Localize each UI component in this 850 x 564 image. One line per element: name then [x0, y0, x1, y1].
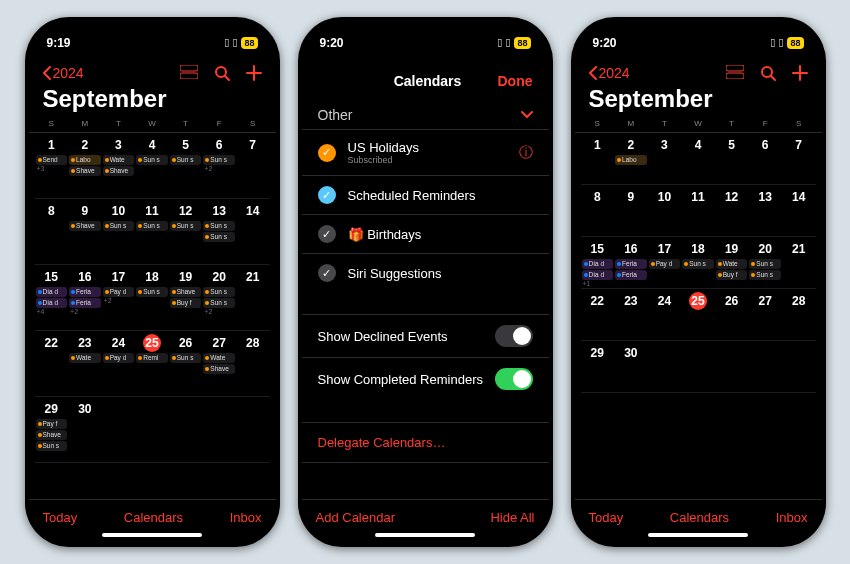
add-calendar-button[interactable]: Add Calendar — [316, 510, 396, 525]
calendar-row[interactable]: ✓Siri Suggestions — [302, 253, 549, 292]
day-cell[interactable]: 17Pay d — [648, 237, 682, 288]
calendars-button[interactable]: Calendars — [124, 510, 183, 525]
day-cell[interactable]: 3WateShave — [102, 133, 136, 198]
event-pill[interactable]: Sun s — [682, 259, 714, 269]
day-cell[interactable]: 25Remi — [135, 331, 169, 396]
day-cell[interactable] — [648, 341, 682, 392]
event-pill[interactable]: Labo — [615, 155, 647, 165]
event-pill[interactable]: Wate — [203, 353, 235, 363]
event-pill[interactable]: Pay d — [649, 259, 681, 269]
inbox-button[interactable]: Inbox — [230, 510, 262, 525]
day-cell[interactable]: 10 — [648, 185, 682, 236]
event-pill[interactable]: Sun s — [136, 155, 168, 165]
day-cell[interactable]: 4 — [681, 133, 715, 184]
day-cell[interactable]: 23Wate — [68, 331, 102, 396]
day-cell[interactable]: 14 — [782, 185, 816, 236]
day-cell[interactable]: 16FeriaFeria+2 — [68, 265, 102, 330]
day-cell[interactable]: 13 — [748, 185, 782, 236]
search-icon[interactable] — [760, 65, 776, 81]
event-pill[interactable]: Send — [36, 155, 68, 165]
event-pill[interactable]: Día d — [582, 270, 614, 280]
day-cell[interactable] — [102, 397, 136, 462]
day-cell[interactable]: 8 — [581, 185, 615, 236]
event-pill[interactable]: Sun s — [170, 353, 202, 363]
day-cell[interactable]: 13Sun sSun s — [202, 199, 236, 264]
day-cell[interactable]: 24 — [648, 289, 682, 340]
day-cell[interactable]: 27WateShave — [202, 331, 236, 396]
event-pill[interactable]: Sun s — [136, 287, 168, 297]
day-cell[interactable]: 16FeriaFeria — [614, 237, 648, 288]
event-pill[interactable]: Sun s — [170, 221, 202, 231]
day-cell[interactable]: 26 — [715, 289, 749, 340]
event-pill[interactable]: Sun s — [203, 287, 235, 297]
day-cell[interactable]: 11 — [681, 185, 715, 236]
calendar-row[interactable]: ✓US HolidaysSubscribedⓘ — [302, 129, 549, 175]
event-pill[interactable]: Shave — [170, 287, 202, 297]
day-cell[interactable]: 18Sun s — [135, 265, 169, 330]
day-cell[interactable]: 3 — [648, 133, 682, 184]
event-pill[interactable]: Shave — [69, 166, 101, 176]
day-cell[interactable]: 15Día dDía d+4 — [35, 265, 69, 330]
day-cell[interactable]: 12Sun s — [169, 199, 203, 264]
event-pill[interactable]: Buy f — [170, 298, 202, 308]
day-cell[interactable]: 8 — [35, 199, 69, 264]
event-pill[interactable]: Sun s — [203, 232, 235, 242]
day-cell[interactable]: 6Sun s+2 — [202, 133, 236, 198]
day-cell[interactable]: 30 — [614, 341, 648, 392]
event-pill[interactable]: Pay f — [36, 419, 68, 429]
event-pill[interactable]: Feria — [615, 270, 647, 280]
event-pill[interactable]: Shave — [36, 430, 68, 440]
event-pill[interactable]: Labo — [69, 155, 101, 165]
event-pill[interactable]: Wate — [69, 353, 101, 363]
event-pill[interactable]: Wate — [716, 259, 748, 269]
event-pill[interactable]: Feria — [69, 287, 101, 297]
day-cell[interactable] — [135, 397, 169, 462]
day-cell[interactable]: 7 — [236, 133, 270, 198]
month-grid[interactable]: 1Send+32LaboShave3WateShave4Sun s5Sun s6… — [29, 133, 276, 499]
show-declined-toggle[interactable] — [495, 325, 533, 347]
day-cell[interactable]: 9Shave — [68, 199, 102, 264]
day-cell[interactable]: 23 — [614, 289, 648, 340]
day-cell[interactable]: 20Sun sSun s+2 — [202, 265, 236, 330]
day-cell[interactable]: 17Pay d+2 — [102, 265, 136, 330]
day-cell[interactable]: 22 — [35, 331, 69, 396]
calendar-row[interactable]: ✓🎁 Birthdays — [302, 214, 549, 253]
day-cell[interactable]: 14 — [236, 199, 270, 264]
event-pill[interactable]: Pay d — [103, 287, 135, 297]
day-cell[interactable]: 9 — [614, 185, 648, 236]
day-cell[interactable]: 22 — [581, 289, 615, 340]
event-pill[interactable]: Feria — [615, 259, 647, 269]
home-indicator[interactable] — [648, 533, 748, 537]
home-indicator[interactable] — [375, 533, 475, 537]
day-cell[interactable]: 30 — [68, 397, 102, 462]
day-cell[interactable] — [748, 341, 782, 392]
back-year-button[interactable]: 2024 — [43, 65, 84, 81]
day-cell[interactable]: 5Sun s — [169, 133, 203, 198]
back-year-button[interactable]: 2024 — [589, 65, 630, 81]
day-cell[interactable] — [169, 397, 203, 462]
day-cell[interactable]: 6 — [748, 133, 782, 184]
day-cell[interactable]: 1 — [581, 133, 615, 184]
day-cell[interactable]: 10Sun s — [102, 199, 136, 264]
day-cell[interactable] — [715, 341, 749, 392]
event-pill[interactable]: Sun s — [749, 270, 781, 280]
event-pill[interactable]: Shave — [103, 166, 135, 176]
day-cell[interactable]: 12 — [715, 185, 749, 236]
today-button[interactable]: Today — [589, 510, 624, 525]
day-cell[interactable]: 25 — [681, 289, 715, 340]
event-pill[interactable]: Sun s — [203, 221, 235, 231]
hide-all-button[interactable]: Hide All — [490, 510, 534, 525]
event-pill[interactable]: Sun s — [36, 441, 68, 451]
day-cell[interactable]: 2Labo — [614, 133, 648, 184]
search-icon[interactable] — [214, 65, 230, 81]
day-cell[interactable]: 26Sun s — [169, 331, 203, 396]
month-grid[interactable]: 12Labo3456789101112131415Día dDía d+116F… — [575, 133, 822, 499]
day-cell[interactable] — [782, 341, 816, 392]
day-cell[interactable]: 7 — [782, 133, 816, 184]
day-cell[interactable]: 28 — [236, 331, 270, 396]
section-header[interactable]: Other — [302, 101, 549, 129]
day-cell[interactable] — [236, 397, 270, 462]
event-pill[interactable]: Shave — [203, 364, 235, 374]
day-cell[interactable]: 4Sun s — [135, 133, 169, 198]
day-cell[interactable]: 1Send+3 — [35, 133, 69, 198]
